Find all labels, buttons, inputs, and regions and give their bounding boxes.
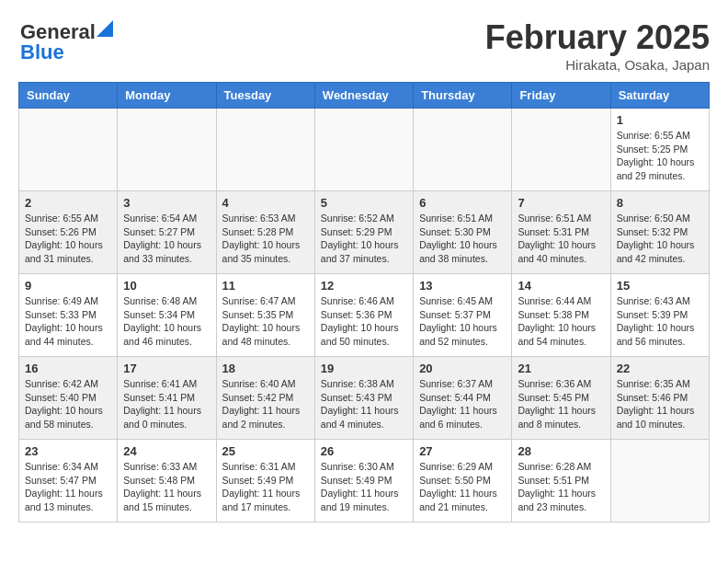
calendar-title: February 2025 xyxy=(485,18,710,57)
day-number: 8 xyxy=(617,196,703,210)
day-number: 9 xyxy=(25,279,111,293)
day-number: 3 xyxy=(123,196,210,210)
calendar-cell: 24Sunrise: 6:33 AM Sunset: 5:48 PM Dayli… xyxy=(118,440,216,523)
day-number: 27 xyxy=(419,444,506,458)
col-sunday: Sunday xyxy=(19,83,118,109)
calendar-cell: 13Sunrise: 6:45 AM Sunset: 5:37 PM Dayli… xyxy=(414,274,512,357)
day-number: 10 xyxy=(123,279,210,293)
calendar-week-row: 23Sunrise: 6:34 AM Sunset: 5:47 PM Dayli… xyxy=(19,440,710,523)
day-info: Sunrise: 6:34 AM Sunset: 5:47 PM Dayligh… xyxy=(25,460,111,514)
calendar-cell: 4Sunrise: 6:53 AM Sunset: 5:28 PM Daylig… xyxy=(216,191,314,274)
calendar-cell xyxy=(414,109,512,191)
calendar-cell: 23Sunrise: 6:34 AM Sunset: 5:47 PM Dayli… xyxy=(19,440,118,523)
day-info: Sunrise: 6:31 AM Sunset: 5:49 PM Dayligh… xyxy=(222,460,309,514)
logo-triangle-icon xyxy=(97,20,113,37)
calendar-cell: 11Sunrise: 6:47 AM Sunset: 5:35 PM Dayli… xyxy=(216,274,314,357)
title-block: February 2025 Hirakata, Osaka, Japan xyxy=(485,18,710,73)
calendar-cell: 26Sunrise: 6:30 AM Sunset: 5:49 PM Dayli… xyxy=(314,440,413,523)
day-number: 16 xyxy=(25,362,111,375)
calendar-cell: 19Sunrise: 6:38 AM Sunset: 5:43 PM Dayli… xyxy=(314,357,413,440)
day-number: 20 xyxy=(419,362,506,375)
calendar-week-row: 9Sunrise: 6:49 AM Sunset: 5:33 PM Daylig… xyxy=(19,274,710,357)
day-number: 21 xyxy=(518,362,604,375)
calendar-cell xyxy=(314,109,413,191)
calendar-week-row: 1Sunrise: 6:55 AM Sunset: 5:25 PM Daylig… xyxy=(19,109,710,191)
day-number: 19 xyxy=(321,362,407,375)
col-monday: Monday xyxy=(118,83,216,109)
logo-container: General Blue xyxy=(20,20,113,64)
day-info: Sunrise: 6:43 AM Sunset: 5:39 PM Dayligh… xyxy=(617,294,703,349)
day-info: Sunrise: 6:41 AM Sunset: 5:41 PM Dayligh… xyxy=(123,377,210,431)
day-info: Sunrise: 6:40 AM Sunset: 5:42 PM Dayligh… xyxy=(222,377,309,431)
day-info: Sunrise: 6:46 AM Sunset: 5:36 PM Dayligh… xyxy=(321,294,407,349)
day-number: 7 xyxy=(518,196,604,210)
day-info: Sunrise: 6:36 AM Sunset: 5:45 PM Dayligh… xyxy=(518,377,604,431)
day-info: Sunrise: 6:52 AM Sunset: 5:29 PM Dayligh… xyxy=(321,212,407,266)
calendar-cell: 9Sunrise: 6:49 AM Sunset: 5:33 PM Daylig… xyxy=(19,274,118,357)
calendar-cell: 27Sunrise: 6:29 AM Sunset: 5:50 PM Dayli… xyxy=(414,440,512,523)
col-saturday: Saturday xyxy=(610,83,709,109)
calendar-cell xyxy=(216,109,314,191)
day-number: 4 xyxy=(222,196,309,210)
day-info: Sunrise: 6:53 AM Sunset: 5:28 PM Dayligh… xyxy=(222,212,309,266)
day-info: Sunrise: 6:51 AM Sunset: 5:31 PM Dayligh… xyxy=(518,212,604,266)
calendar-cell xyxy=(512,109,610,191)
calendar-cell: 22Sunrise: 6:35 AM Sunset: 5:46 PM Dayli… xyxy=(610,357,709,440)
col-thursday: Thursday xyxy=(414,83,512,109)
calendar-header-row: Sunday Monday Tuesday Wednesday Thursday… xyxy=(19,83,710,109)
day-number: 18 xyxy=(222,362,309,375)
day-number: 11 xyxy=(222,279,309,293)
day-number: 25 xyxy=(222,444,309,458)
calendar-cell: 2Sunrise: 6:55 AM Sunset: 5:26 PM Daylig… xyxy=(19,191,118,274)
calendar-cell xyxy=(118,109,216,191)
day-number: 28 xyxy=(518,444,604,458)
day-number: 23 xyxy=(25,444,111,458)
calendar-table: Sunday Monday Tuesday Wednesday Thursday… xyxy=(18,82,710,523)
day-number: 24 xyxy=(123,444,210,458)
calendar-cell: 17Sunrise: 6:41 AM Sunset: 5:41 PM Dayli… xyxy=(118,357,216,440)
calendar-cell xyxy=(610,440,709,523)
col-friday: Friday xyxy=(512,83,610,109)
day-info: Sunrise: 6:38 AM Sunset: 5:43 PM Dayligh… xyxy=(321,377,407,431)
day-info: Sunrise: 6:33 AM Sunset: 5:48 PM Dayligh… xyxy=(123,460,210,514)
calendar-cell: 3Sunrise: 6:54 AM Sunset: 5:27 PM Daylig… xyxy=(118,191,216,274)
calendar-cell: 5Sunrise: 6:52 AM Sunset: 5:29 PM Daylig… xyxy=(314,191,413,274)
calendar-cell: 18Sunrise: 6:40 AM Sunset: 5:42 PM Dayli… xyxy=(216,357,314,440)
calendar-cell: 7Sunrise: 6:51 AM Sunset: 5:31 PM Daylig… xyxy=(512,191,610,274)
col-tuesday: Tuesday xyxy=(216,83,314,109)
calendar-cell: 12Sunrise: 6:46 AM Sunset: 5:36 PM Dayli… xyxy=(314,274,413,357)
day-number: 5 xyxy=(321,196,407,210)
day-info: Sunrise: 6:51 AM Sunset: 5:30 PM Dayligh… xyxy=(419,212,506,266)
day-number: 13 xyxy=(419,279,506,293)
day-info: Sunrise: 6:47 AM Sunset: 5:35 PM Dayligh… xyxy=(222,294,309,349)
calendar-cell: 15Sunrise: 6:43 AM Sunset: 5:39 PM Dayli… xyxy=(610,274,709,357)
day-number: 1 xyxy=(617,113,703,127)
calendar-cell: 14Sunrise: 6:44 AM Sunset: 5:38 PM Dayli… xyxy=(512,274,610,357)
day-info: Sunrise: 6:55 AM Sunset: 5:25 PM Dayligh… xyxy=(617,129,703,183)
day-number: 15 xyxy=(617,279,703,293)
page-header: February 2025 Hirakata, Osaka, Japan xyxy=(18,18,710,73)
calendar-cell: 21Sunrise: 6:36 AM Sunset: 5:45 PM Dayli… xyxy=(512,357,610,440)
day-number: 14 xyxy=(518,279,604,293)
day-number: 2 xyxy=(25,196,111,210)
day-info: Sunrise: 6:44 AM Sunset: 5:38 PM Dayligh… xyxy=(518,294,604,349)
day-info: Sunrise: 6:28 AM Sunset: 5:51 PM Dayligh… xyxy=(518,460,604,514)
day-info: Sunrise: 6:48 AM Sunset: 5:34 PM Dayligh… xyxy=(123,294,210,349)
day-info: Sunrise: 6:29 AM Sunset: 5:50 PM Dayligh… xyxy=(419,460,506,514)
day-info: Sunrise: 6:55 AM Sunset: 5:26 PM Dayligh… xyxy=(25,212,111,266)
svg-marker-0 xyxy=(97,20,113,37)
col-wednesday: Wednesday xyxy=(314,83,413,109)
day-info: Sunrise: 6:37 AM Sunset: 5:44 PM Dayligh… xyxy=(419,377,506,431)
day-number: 12 xyxy=(321,279,407,293)
calendar-subtitle: Hirakata, Osaka, Japan xyxy=(485,57,710,73)
calendar-week-row: 16Sunrise: 6:42 AM Sunset: 5:40 PM Dayli… xyxy=(19,357,710,440)
day-number: 22 xyxy=(617,362,703,375)
day-info: Sunrise: 6:35 AM Sunset: 5:46 PM Dayligh… xyxy=(617,377,703,431)
calendar-cell xyxy=(19,109,118,191)
calendar-cell: 28Sunrise: 6:28 AM Sunset: 5:51 PM Dayli… xyxy=(512,440,610,523)
calendar-cell: 10Sunrise: 6:48 AM Sunset: 5:34 PM Dayli… xyxy=(118,274,216,357)
day-info: Sunrise: 6:49 AM Sunset: 5:33 PM Dayligh… xyxy=(25,294,111,349)
calendar-cell: 20Sunrise: 6:37 AM Sunset: 5:44 PM Dayli… xyxy=(414,357,512,440)
calendar-cell: 25Sunrise: 6:31 AM Sunset: 5:49 PM Dayli… xyxy=(216,440,314,523)
calendar-cell: 1Sunrise: 6:55 AM Sunset: 5:25 PM Daylig… xyxy=(610,109,709,191)
